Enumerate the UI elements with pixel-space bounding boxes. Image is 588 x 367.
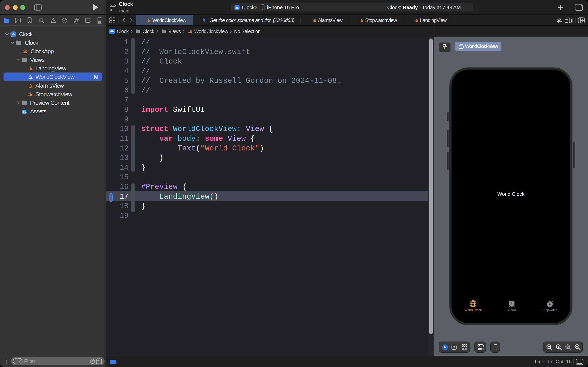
svg-text:1: 1 <box>557 345 559 348</box>
